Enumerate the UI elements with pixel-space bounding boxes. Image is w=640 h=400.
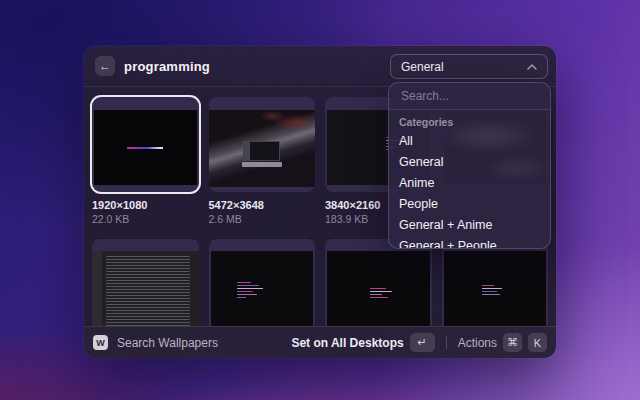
footer-divider [446, 336, 447, 349]
wallpaper-cell: 5472×3648 2.6 MB [209, 97, 316, 225]
dropdown-item-general-anime[interactable]: General + Anime [389, 214, 550, 235]
wallpaper-thumbnail[interactable] [442, 239, 549, 326]
category-select-value: General [401, 60, 444, 74]
wallpaper-cell [325, 239, 432, 326]
dropdown-item-general-people[interactable]: General + People [389, 235, 550, 249]
wallpaper-thumbnail[interactable] [92, 239, 199, 326]
chevron-up-icon [527, 64, 537, 70]
dropdown-search-input[interactable] [401, 89, 551, 103]
thumbnail-image [444, 251, 547, 326]
code-text-decoration [237, 282, 263, 298]
wallpaper-filesize: 22.0 KB [92, 213, 199, 225]
code-text-decoration [370, 288, 392, 298]
thumbnail-image [211, 251, 314, 326]
grid-row-2 [92, 239, 548, 326]
dropdown-search-row [389, 83, 550, 110]
wallpaper-thumbnail[interactable] [209, 239, 316, 326]
wallpaper-cell [442, 239, 549, 326]
category-select[interactable]: General [390, 54, 548, 79]
wallpaper-thumbnail-selected[interactable] [92, 97, 199, 192]
terminal-text-decoration [127, 147, 163, 149]
thumbnail-image [94, 110, 197, 185]
wallpaper-dimensions: 5472×3648 [209, 199, 316, 211]
back-arrow-icon: ← [99, 60, 111, 72]
actions-button[interactable]: Actions [458, 336, 497, 350]
page-title: programming [124, 59, 210, 74]
k-key-icon: K [528, 333, 547, 352]
laptop-decoration [242, 141, 282, 173]
wallpaper-cell: 1920×1080 22.0 KB [92, 97, 199, 225]
primary-action-button[interactable]: Set on All Desktops [291, 336, 403, 350]
wallpaper-dimensions: 1920×1080 [92, 199, 199, 211]
dropdown-item-general[interactable]: General [389, 151, 550, 172]
back-button[interactable]: ← [95, 56, 115, 76]
return-key-icon: ↵ [410, 333, 435, 352]
footer-title: Search Wallpapers [117, 336, 218, 350]
thumbnail-image [209, 110, 316, 187]
thumbnail-image [327, 251, 430, 326]
wallpapers-app-icon: W [93, 335, 108, 350]
wallpaper-cell [92, 239, 199, 326]
thumbnail-image [92, 251, 199, 326]
wallpaper-filesize: 2.6 MB [209, 213, 316, 225]
footer-bar: W Search Wallpapers Set on All Desktops … [84, 326, 556, 358]
footer-actions: Set on All Desktops ↵ Actions ⌘ K [291, 333, 547, 352]
dropdown-item-anime[interactable]: Anime [389, 172, 550, 193]
code-text-decoration [482, 285, 502, 295]
command-key-icon: ⌘ [503, 333, 522, 352]
dropdown-item-all[interactable]: All [389, 130, 550, 151]
header: ← programming General [84, 46, 556, 87]
category-dropdown-panel: Categories All General Anime People Gene… [388, 82, 551, 249]
wallpaper-thumbnail[interactable] [325, 239, 432, 326]
wallpaper-thumbnail[interactable] [209, 97, 316, 192]
dropdown-section-label: Categories [389, 110, 550, 130]
wallpaper-app-window: ← programming General 1920×1080 22.0 KB [84, 46, 556, 358]
wallpaper-cell [209, 239, 316, 326]
dropdown-item-people[interactable]: People [389, 193, 550, 214]
